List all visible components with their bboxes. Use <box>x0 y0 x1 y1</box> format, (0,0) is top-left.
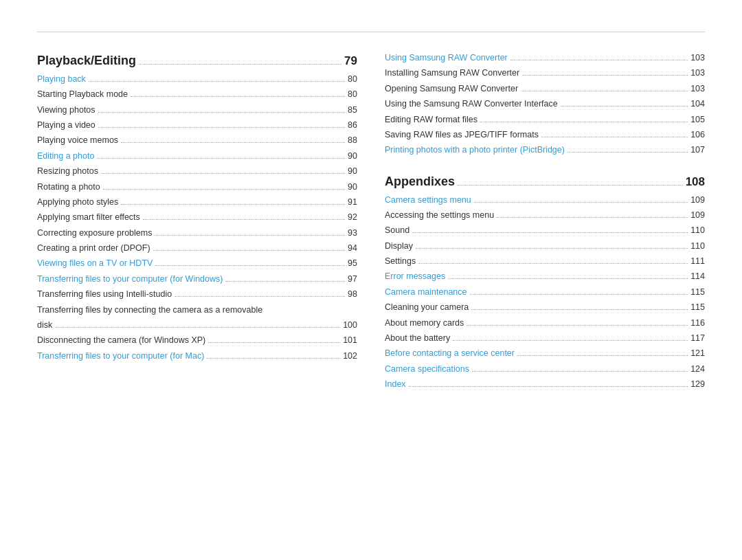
toc-label: Creating a print order (DPOF) <box>37 242 150 255</box>
toc-label: Display <box>385 240 413 253</box>
dots-appendixes <box>458 185 683 186</box>
toc-page: 103 <box>690 82 705 96</box>
toc-dots <box>418 263 688 264</box>
toc-dots <box>175 296 345 297</box>
toc-entry: Transferring files to your computer (for… <box>37 273 357 286</box>
toc-label: Editing RAW format files <box>385 113 477 126</box>
toc-page: 117 <box>690 332 705 345</box>
toc-page: 110 <box>690 240 705 253</box>
toc-dots <box>225 281 345 282</box>
toc-page: 107 <box>690 144 705 157</box>
toc-page: 85 <box>348 104 357 117</box>
toc-label[interactable]: Camera maintenance <box>385 286 467 299</box>
toc-entry: Index129 <box>385 378 705 391</box>
left-entries: Playing back80Starting Playback mode80Vi… <box>37 73 357 363</box>
toc-dots <box>409 386 688 387</box>
right-column: Using Samsung RAW Converter103Installing… <box>385 52 705 393</box>
toc-dots <box>121 204 345 205</box>
toc-page: 104 <box>690 98 705 111</box>
toc-label[interactable]: Index <box>385 378 406 391</box>
toc-entry: About the battery117 <box>385 332 705 345</box>
toc-label: Applying photo styles <box>37 196 118 209</box>
toc-dots <box>98 112 346 113</box>
toc-dots <box>497 217 688 218</box>
appendixes-gap: Appendixes 108 Camera settings menu109Ac… <box>385 172 705 392</box>
toc-label[interactable]: Printing photos with a photo printer (Pi… <box>385 144 565 157</box>
toc-page: 100 <box>343 319 357 332</box>
toc-dots <box>521 91 688 91</box>
toc-dots <box>567 152 688 153</box>
toc-entry: Settings111 <box>385 255 705 268</box>
toc-entry: Applying smart filter effects92 <box>37 211 357 224</box>
toc-label: Transferring files using Intelli-studio <box>37 288 172 301</box>
toc-entry: Saving RAW files as JPEG/TIFF formats106 <box>385 128 705 142</box>
toc-label: Installing Samsung RAW Converter <box>385 67 519 80</box>
toc-entry: Transferring files to your computer (for… <box>37 350 357 363</box>
toc-dots <box>131 96 345 97</box>
toc-dots <box>453 340 688 341</box>
toc-page: 105 <box>690 113 705 126</box>
toc-label: Settings <box>385 255 416 268</box>
toc-label: Playing voice memos <box>37 134 118 147</box>
toc-page: 111 <box>690 255 705 268</box>
toc-label[interactable]: Transferring files to your computer (for… <box>37 273 223 286</box>
toc-entry: disk100 <box>37 319 357 332</box>
toc-dots <box>101 173 345 174</box>
toc-dots <box>97 158 345 159</box>
toc-page: 95 <box>348 257 357 270</box>
toc-page: 115 <box>690 286 705 299</box>
toc-label: Transferring files by connecting the cam… <box>37 304 262 317</box>
toc-dots <box>416 248 688 249</box>
toc-page: 114 <box>690 270 705 283</box>
section-heading-playback: Playback/Editing 79 <box>37 52 357 71</box>
toc-label[interactable]: Using Samsung RAW Converter <box>385 52 508 65</box>
toc-label[interactable]: Editing a photo <box>37 150 94 163</box>
toc-entry: Error messages114 <box>385 270 705 283</box>
toc-dots <box>89 81 345 82</box>
toc-dots <box>208 342 340 343</box>
toc-page: 90 <box>348 165 357 178</box>
toc-label: Starting Playback mode <box>37 88 128 101</box>
toc-page: 109 <box>690 194 705 207</box>
toc-label[interactable]: Camera settings menu <box>385 194 471 207</box>
toc-page: 103 <box>690 67 705 80</box>
toc-label: Disconnecting the camera (for Windows XP… <box>37 334 205 347</box>
toc-page: 109 <box>690 209 705 222</box>
toc-label[interactable]: Transferring files to your computer (for… <box>37 350 204 363</box>
toc-entry: Viewing files on a TV or HDTV95 <box>37 257 357 270</box>
toc-entry: Playing voice memos88 <box>37 134 357 147</box>
toc-entry: Resizing photos90 <box>37 165 357 178</box>
toc-entry: Viewing photos85 <box>37 104 357 117</box>
toc-label: Resizing photos <box>37 165 98 178</box>
page-playback: 79 <box>344 52 357 70</box>
page-appendixes: 108 <box>686 173 705 191</box>
toc-page: 94 <box>348 242 357 255</box>
section-title-appendixes: Appendixes <box>385 172 455 192</box>
toc-dots <box>98 127 345 128</box>
toc-label[interactable]: Playing back <box>37 73 86 86</box>
toc-page: 116 <box>690 317 705 330</box>
toc-page: 98 <box>348 288 357 301</box>
toc-entry: Opening Samsung RAW Converter103 <box>385 82 705 96</box>
toc-page: 121 <box>690 347 705 360</box>
toc-label: disk <box>37 319 52 332</box>
toc-label[interactable]: Before contacting a service center <box>385 347 515 360</box>
toc-dots <box>541 137 688 137</box>
toc-dots <box>474 202 688 203</box>
toc-label[interactable]: Camera specifications <box>385 363 469 376</box>
toc-dots <box>153 250 345 251</box>
toc-label[interactable]: Error messages <box>385 270 445 283</box>
toc-dots <box>55 327 340 328</box>
toc-entry: Using Samsung RAW Converter103 <box>385 52 705 65</box>
toc-dots <box>155 235 345 236</box>
toc-dots <box>448 278 688 279</box>
toc-entry: Playing back80 <box>37 73 357 86</box>
toc-label[interactable]: Viewing files on a TV or HDTV <box>37 257 153 270</box>
toc-entry: Creating a print order (DPOF)94 <box>37 242 357 255</box>
toc-page: 92 <box>348 211 357 224</box>
toc-entry: Camera settings menu109 <box>385 194 705 207</box>
toc-entry: Display110 <box>385 240 705 253</box>
toc-entry: Editing a photo90 <box>37 150 357 163</box>
toc-page: 91 <box>348 196 357 209</box>
toc-dots <box>121 142 345 143</box>
